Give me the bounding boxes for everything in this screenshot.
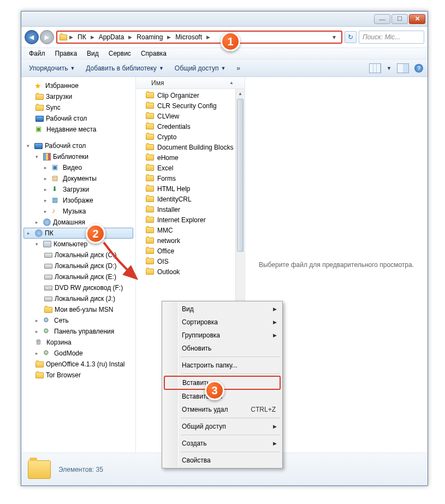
- tree-favorites[interactable]: ★Избранное: [21, 80, 135, 91]
- file-item[interactable]: Crypto: [136, 132, 245, 142]
- tree-recent[interactable]: ▣Недавние места: [21, 124, 135, 135]
- organize-button[interactable]: Упорядочить ▼: [26, 63, 78, 73]
- ctx-new[interactable]: Создать▶: [163, 437, 281, 450]
- folder-icon: [146, 165, 154, 171]
- tree-images[interactable]: ▸▦Изображе: [21, 195, 135, 206]
- address-bar[interactable]: ▶ ПК▶ AppData▶ Roaming▶ Microsoft▶ ▾: [56, 31, 342, 44]
- ctx-view[interactable]: Вид▶: [163, 303, 281, 316]
- help-button[interactable]: ?: [414, 64, 423, 73]
- folder-icon: [146, 196, 154, 202]
- scrollbar-thumb[interactable]: [237, 99, 244, 252]
- overflow-button[interactable]: »: [233, 63, 244, 73]
- forward-button[interactable]: ►: [40, 30, 54, 44]
- folder-icon: [146, 92, 154, 98]
- search-input[interactable]: Поиск: Mic...: [359, 31, 424, 44]
- folder-icon: [28, 460, 51, 479]
- tree-msn[interactable]: Мои веб-узлы MSN: [21, 304, 135, 315]
- tree-godmode[interactable]: ▸⚙GodMode: [21, 348, 135, 359]
- tree-video[interactable]: ▸▣Видео: [21, 162, 135, 173]
- minimize-button[interactable]: —: [374, 14, 390, 24]
- file-name: Excel: [157, 164, 173, 172]
- file-item[interactable]: Outlook: [136, 266, 245, 277]
- file-item[interactable]: CLView: [136, 111, 245, 121]
- file-item[interactable]: Excel: [136, 163, 245, 173]
- submenu-arrow-icon: ▶: [273, 306, 277, 312]
- file-item[interactable]: Clip Organizer: [136, 90, 245, 100]
- tree-downloads[interactable]: Загрузки: [21, 91, 135, 102]
- ctx-undo[interactable]: Отменить удалCTRL+Z: [163, 403, 281, 416]
- file-item[interactable]: eHome: [136, 152, 245, 163]
- tree-openoffice[interactable]: OpenOffice 4.1.3 (ru) Instal: [21, 359, 135, 370]
- breadcrumb-seg[interactable]: Roaming: [134, 33, 165, 41]
- scroll-up-icon[interactable]: ▲: [236, 89, 245, 98]
- folder-icon: [60, 34, 67, 40]
- file-item[interactable]: Document Building Blocks: [136, 142, 245, 152]
- file-name: Outlook: [157, 268, 180, 276]
- view-dropdown-icon[interactable]: ▼: [387, 66, 391, 71]
- toolbar: Упорядочить ▼ Добавить в библиотеку ▼ Об…: [21, 60, 428, 77]
- tree-drive-j[interactable]: Локальный диск (J:): [21, 293, 135, 304]
- add-to-library-button[interactable]: Добавить в библиотеку ▼: [82, 63, 167, 73]
- tree-libraries[interactable]: ▾Библиотеки: [21, 151, 135, 162]
- file-name: CLView: [157, 112, 179, 120]
- tree-homegroup[interactable]: ▸Домашняя: [21, 217, 135, 228]
- breadcrumb-seg[interactable]: AppData: [97, 33, 127, 41]
- tree-dl[interactable]: ▸⬇Загрузки: [21, 184, 135, 195]
- tree-recycle[interactable]: 🗑Корзина: [21, 337, 135, 348]
- file-item[interactable]: HTML Help: [136, 183, 245, 194]
- file-item[interactable]: Internet Explorer: [136, 215, 245, 225]
- view-options-button[interactable]: [369, 63, 381, 73]
- folder-icon: [146, 227, 154, 233]
- tree-network[interactable]: ▸⚙Сеть: [21, 315, 135, 326]
- file-name: Internet Explorer: [157, 216, 206, 224]
- file-name: IdentityCRL: [157, 195, 192, 203]
- menu-view[interactable]: Вид: [82, 49, 103, 58]
- breadcrumb-seg[interactable]: Microsoft: [173, 33, 204, 41]
- tree-tor[interactable]: Tor Browser: [21, 370, 135, 381]
- explorer-window: — ☐ ✕ ◄ ► ▶ ПК▶ AppData▶ Roaming▶ Micros…: [21, 11, 428, 486]
- file-item[interactable]: Office: [136, 246, 245, 256]
- address-dropdown-button[interactable]: ▾: [329, 33, 339, 41]
- maximize-button[interactable]: ☐: [391, 14, 408, 24]
- file-item[interactable]: MMC: [136, 225, 245, 235]
- breadcrumb-seg[interactable]: ПК: [75, 33, 88, 41]
- ctx-sort[interactable]: Сортировка▶: [163, 316, 281, 329]
- item-count: Элементов: 35: [58, 466, 103, 473]
- menu-file[interactable]: Файл: [25, 49, 50, 58]
- column-header-name[interactable]: Имя▲: [136, 77, 245, 89]
- file-item[interactable]: network: [136, 235, 245, 246]
- folder-icon: [146, 206, 154, 212]
- preview-pane-button[interactable]: [397, 63, 409, 73]
- tree-sync[interactable]: Sync: [21, 102, 135, 113]
- chevron-right-icon[interactable]: ▶: [69, 34, 73, 40]
- annotation-badge-2: 2: [86, 224, 105, 244]
- menu-edit[interactable]: Правка: [51, 49, 82, 58]
- file-item[interactable]: OIS: [136, 256, 245, 266]
- back-button[interactable]: ◄: [25, 30, 39, 44]
- file-item[interactable]: Forms: [136, 173, 245, 183]
- file-name: Clip Organizer: [157, 92, 199, 99]
- tree-music[interactable]: ▸♪Музыка: [21, 206, 135, 217]
- tree-desktop[interactable]: ▾Рабочий стол: [21, 140, 135, 151]
- refresh-button[interactable]: ↻: [345, 31, 357, 43]
- file-item[interactable]: Installer: [136, 204, 245, 215]
- file-item[interactable]: CLR Security Config: [136, 100, 245, 111]
- tree-control-panel[interactable]: ▸⚙Панель управления: [21, 326, 135, 337]
- folder-icon: [146, 144, 154, 150]
- menu-tools[interactable]: Сервис: [104, 49, 135, 58]
- ctx-refresh[interactable]: Обновить: [163, 342, 281, 355]
- folder-icon: [146, 113, 154, 119]
- close-button[interactable]: ✕: [409, 14, 425, 24]
- ctx-group[interactable]: Группировка▶: [163, 329, 281, 342]
- menu-help[interactable]: Справка: [137, 49, 171, 58]
- share-button[interactable]: Общий доступ ▼: [171, 63, 229, 73]
- titlebar: — ☐ ✕: [21, 11, 428, 27]
- file-item[interactable]: Credentials: [136, 121, 245, 132]
- tree-desktop-fav[interactable]: Рабочий стол: [21, 113, 135, 124]
- tree-docs[interactable]: ▸▤Документы: [21, 173, 135, 184]
- file-item[interactable]: IdentityCRL: [136, 194, 245, 204]
- folder-icon: [146, 103, 154, 109]
- ctx-properties[interactable]: Свойства: [163, 454, 281, 467]
- ctx-customize[interactable]: Настроить папку...: [163, 359, 281, 372]
- ctx-share[interactable]: Общий доступ▶: [163, 420, 281, 433]
